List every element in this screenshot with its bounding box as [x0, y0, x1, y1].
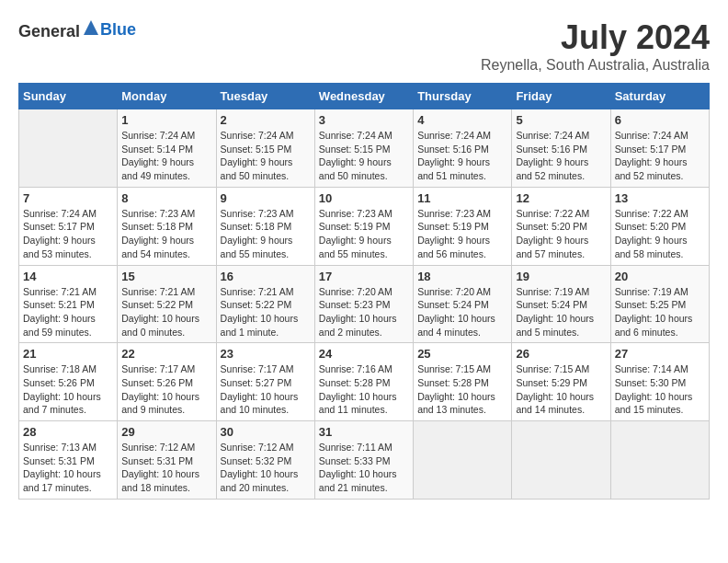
calendar-cell: 25Sunrise: 7:15 AMSunset: 5:28 PMDayligh… [414, 343, 512, 421]
day-number: 31 [319, 425, 409, 439]
calendar-cell: 18Sunrise: 7:20 AMSunset: 5:24 PMDayligh… [414, 265, 512, 343]
day-info: Sunrise: 7:24 AMSunset: 5:16 PMDaylight:… [417, 129, 507, 183]
day-number: 15 [121, 270, 211, 283]
calendar-cell: 17Sunrise: 7:20 AMSunset: 5:23 PMDayligh… [314, 265, 413, 343]
day-number: 27 [615, 347, 705, 361]
day-info: Sunrise: 7:24 AMSunset: 5:17 PMDaylight:… [615, 129, 705, 183]
title-section: July 2024 Reynella, South Australia, Aus… [481, 18, 710, 74]
day-info: Sunrise: 7:20 AMSunset: 5:23 PMDaylight:… [319, 285, 409, 339]
logo-general: General [18, 22, 80, 40]
calendar-cell: 20Sunrise: 7:19 AMSunset: 5:25 PMDayligh… [610, 265, 709, 343]
header-day-sunday: Sunday [19, 84, 118, 109]
day-number: 4 [417, 113, 507, 127]
week-row-4: 21Sunrise: 7:18 AMSunset: 5:26 PMDayligh… [19, 343, 710, 421]
calendar-cell: 9Sunrise: 7:23 AMSunset: 5:18 PMDaylight… [216, 187, 314, 265]
header-day-thursday: Thursday [414, 84, 512, 109]
day-number: 29 [121, 425, 211, 439]
svg-marker-0 [84, 20, 98, 35]
calendar-cell: 30Sunrise: 7:12 AMSunset: 5:32 PMDayligh… [216, 421, 314, 500]
day-number: 28 [23, 425, 113, 439]
calendar-cell: 14Sunrise: 7:21 AMSunset: 5:21 PMDayligh… [19, 265, 118, 343]
calendar-cell: 12Sunrise: 7:22 AMSunset: 5:20 PMDayligh… [512, 187, 610, 265]
day-info: Sunrise: 7:23 AMSunset: 5:19 PMDaylight:… [319, 207, 409, 261]
week-row-3: 14Sunrise: 7:21 AMSunset: 5:21 PMDayligh… [19, 265, 710, 343]
day-number: 5 [516, 113, 606, 127]
day-number: 23 [221, 347, 311, 361]
day-info: Sunrise: 7:23 AMSunset: 5:18 PMDaylight:… [121, 207, 211, 261]
day-number: 19 [516, 270, 606, 283]
day-number: 3 [319, 113, 409, 127]
page-header: General Blue July 2024 Reynella, South A… [18, 18, 710, 74]
day-number: 16 [221, 270, 311, 283]
calendar-cell: 15Sunrise: 7:21 AMSunset: 5:22 PMDayligh… [118, 265, 216, 343]
day-info: Sunrise: 7:18 AMSunset: 5:26 PMDaylight:… [23, 362, 113, 417]
calendar-cell: 27Sunrise: 7:14 AMSunset: 5:30 PMDayligh… [610, 343, 709, 421]
logo: General Blue [18, 18, 136, 41]
day-number: 14 [23, 270, 113, 283]
day-number: 11 [417, 191, 507, 205]
calendar-cell: 19Sunrise: 7:19 AMSunset: 5:24 PMDayligh… [512, 265, 610, 343]
day-info: Sunrise: 7:24 AMSunset: 5:15 PMDaylight:… [319, 129, 409, 183]
week-row-5: 28Sunrise: 7:13 AMSunset: 5:31 PMDayligh… [19, 421, 710, 500]
calendar-cell [19, 109, 118, 188]
calendar-cell: 16Sunrise: 7:21 AMSunset: 5:22 PMDayligh… [216, 265, 314, 343]
day-number: 13 [615, 191, 705, 205]
calendar-cell [610, 421, 709, 500]
calendar-cell: 7Sunrise: 7:24 AMSunset: 5:17 PMDaylight… [19, 187, 118, 265]
day-number: 20 [615, 270, 705, 283]
day-info: Sunrise: 7:24 AMSunset: 5:16 PMDaylight:… [516, 129, 606, 183]
day-number: 8 [121, 191, 211, 205]
day-info: Sunrise: 7:23 AMSunset: 5:19 PMDaylight:… [417, 207, 507, 261]
calendar-cell: 28Sunrise: 7:13 AMSunset: 5:31 PMDayligh… [19, 421, 118, 500]
day-number: 30 [221, 425, 311, 439]
day-number: 18 [417, 270, 507, 283]
day-info: Sunrise: 7:21 AMSunset: 5:22 PMDaylight:… [221, 285, 311, 339]
day-info: Sunrise: 7:13 AMSunset: 5:31 PMDaylight:… [23, 441, 113, 495]
day-info: Sunrise: 7:15 AMSunset: 5:29 PMDaylight:… [516, 362, 606, 417]
day-number: 17 [319, 270, 409, 283]
day-info: Sunrise: 7:11 AMSunset: 5:33 PMDaylight:… [319, 441, 409, 495]
day-number: 1 [121, 113, 211, 127]
calendar-cell: 6Sunrise: 7:24 AMSunset: 5:17 PMDaylight… [610, 109, 709, 188]
day-number: 21 [23, 347, 113, 361]
calendar-cell: 13Sunrise: 7:22 AMSunset: 5:20 PMDayligh… [610, 187, 709, 265]
calendar-cell: 2Sunrise: 7:24 AMSunset: 5:15 PMDaylight… [216, 109, 314, 188]
day-number: 24 [319, 347, 409, 361]
day-info: Sunrise: 7:14 AMSunset: 5:30 PMDaylight:… [615, 362, 705, 417]
calendar-table: SundayMondayTuesdayWednesdayThursdayFrid… [18, 83, 710, 500]
day-info: Sunrise: 7:21 AMSunset: 5:22 PMDaylight:… [121, 285, 211, 339]
header-day-tuesday: Tuesday [216, 84, 314, 109]
header-day-saturday: Saturday [610, 84, 709, 109]
calendar-cell: 11Sunrise: 7:23 AMSunset: 5:19 PMDayligh… [414, 187, 512, 265]
calendar-cell: 8Sunrise: 7:23 AMSunset: 5:18 PMDaylight… [118, 187, 216, 265]
day-info: Sunrise: 7:22 AMSunset: 5:20 PMDaylight:… [615, 207, 705, 261]
day-info: Sunrise: 7:20 AMSunset: 5:24 PMDaylight:… [417, 285, 507, 339]
day-info: Sunrise: 7:23 AMSunset: 5:18 PMDaylight:… [221, 207, 311, 261]
day-number: 12 [516, 191, 606, 205]
calendar-cell: 5Sunrise: 7:24 AMSunset: 5:16 PMDaylight… [512, 109, 610, 188]
day-info: Sunrise: 7:15 AMSunset: 5:28 PMDaylight:… [417, 362, 507, 417]
day-info: Sunrise: 7:12 AMSunset: 5:31 PMDaylight:… [121, 441, 211, 495]
calendar-cell: 4Sunrise: 7:24 AMSunset: 5:16 PMDaylight… [414, 109, 512, 188]
day-info: Sunrise: 7:24 AMSunset: 5:14 PMDaylight:… [121, 129, 211, 183]
calendar-cell [512, 421, 610, 500]
calendar-cell: 31Sunrise: 7:11 AMSunset: 5:33 PMDayligh… [314, 421, 413, 500]
day-number: 2 [221, 113, 311, 127]
month-title: July 2024 [481, 18, 710, 57]
day-info: Sunrise: 7:17 AMSunset: 5:27 PMDaylight:… [221, 362, 311, 417]
day-info: Sunrise: 7:19 AMSunset: 5:25 PMDaylight:… [615, 285, 705, 339]
calendar-cell: 10Sunrise: 7:23 AMSunset: 5:19 PMDayligh… [314, 187, 413, 265]
week-row-1: 1Sunrise: 7:24 AMSunset: 5:14 PMDaylight… [19, 109, 710, 188]
day-info: Sunrise: 7:24 AMSunset: 5:15 PMDaylight:… [221, 129, 311, 183]
calendar-cell: 29Sunrise: 7:12 AMSunset: 5:31 PMDayligh… [118, 421, 216, 500]
location-title: Reynella, South Australia, Australia [481, 57, 710, 74]
logo-blue: Blue [100, 20, 136, 39]
day-number: 26 [516, 347, 606, 361]
day-info: Sunrise: 7:16 AMSunset: 5:28 PMDaylight:… [319, 362, 409, 417]
day-number: 6 [615, 113, 705, 127]
calendar-cell [414, 421, 512, 500]
day-info: Sunrise: 7:19 AMSunset: 5:24 PMDaylight:… [516, 285, 606, 339]
header-row: SundayMondayTuesdayWednesdayThursdayFrid… [19, 84, 710, 109]
day-info: Sunrise: 7:22 AMSunset: 5:20 PMDaylight:… [516, 207, 606, 261]
calendar-cell: 1Sunrise: 7:24 AMSunset: 5:14 PMDaylight… [118, 109, 216, 188]
